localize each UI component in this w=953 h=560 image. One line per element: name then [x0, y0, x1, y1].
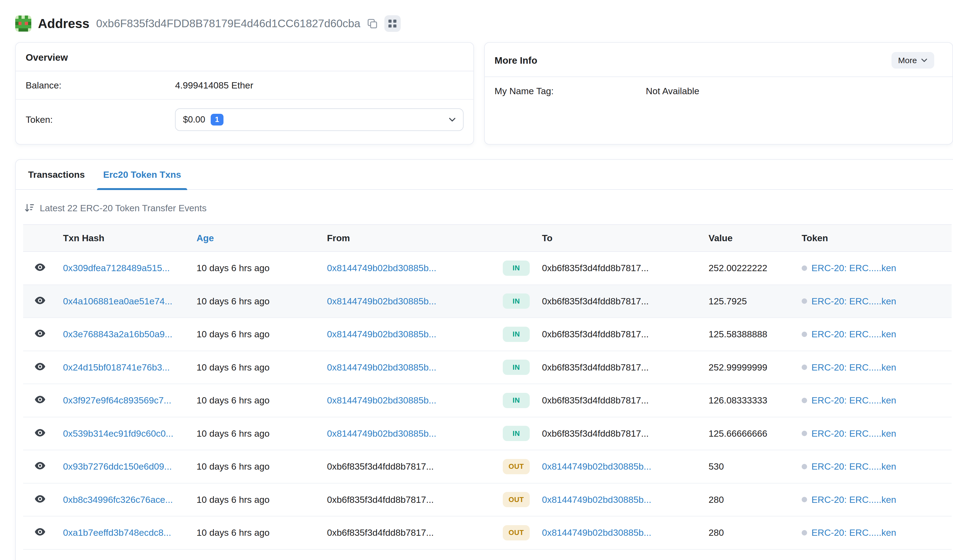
- txn-hash-link[interactable]: 0x93b7276ddc150e6d09...: [63, 461, 172, 472]
- token-link[interactable]: ERC-20: ERC.....ken: [812, 461, 896, 472]
- copy-address-button[interactable]: [367, 19, 377, 29]
- txn-to-address: 0xb6f835f3d4fdd8b7817...: [542, 362, 649, 372]
- table-row: 0x3e768843a2a16b50a9... 10 days 6 hrs ag…: [23, 318, 951, 351]
- transactions-card: Transactions Erc20 Token Txns Latest 22 …: [15, 159, 953, 560]
- txn-to-address: 0xb6f835f3d4fdd8b7817...: [542, 296, 649, 306]
- preview-txn-button[interactable]: [35, 396, 45, 403]
- address-identicon: [15, 16, 31, 32]
- txn-value: 252.99999999: [709, 362, 767, 372]
- direction-badge: IN: [503, 261, 530, 276]
- table-row: 0xa1b7eeffd3b748ecdc8... 10 days 6 hrs a…: [23, 516, 951, 549]
- table-row: 0xb8c34996fc326c76ace... 10 days 6 hrs a…: [23, 483, 951, 517]
- txn-from-address[interactable]: 0x8144749b02bd30885b...: [327, 263, 436, 273]
- txn-hash-link[interactable]: 0xa1b7eeffd3b748ecdc8...: [63, 527, 171, 538]
- preview-txn-button[interactable]: [35, 263, 45, 271]
- token-link[interactable]: ERC-20: ERC.....ken: [812, 296, 896, 307]
- from-column-header: From: [321, 225, 497, 251]
- txn-to-address[interactable]: 0x8144749b02bd30885b...: [542, 461, 651, 472]
- txn-age: 10 days 6 hrs ago: [197, 494, 270, 505]
- copy-icon: [367, 19, 377, 29]
- txn-to-address: 0xb6f835f3d4fdd8b7817...: [542, 263, 649, 273]
- table-row: 0x3f927e9f64c893569c7... 10 days 6 hrs a…: [23, 384, 951, 417]
- token-label: Token:: [26, 114, 175, 125]
- txn-to-address[interactable]: 0x8144749b02bd30885b...: [542, 494, 651, 505]
- table-header: Txn Hash Age From To Value Token: [23, 225, 951, 251]
- txn-from-address: 0xb6f835f3d4fdd8b7817...: [327, 527, 434, 538]
- preview-column-header: [23, 225, 57, 251]
- table-row: 0x309dfea7128489a515... 10 days 6 hrs ag…: [23, 251, 951, 285]
- direction-badge: OUT: [503, 459, 530, 474]
- txn-from-address[interactable]: 0x8144749b02bd30885b...: [327, 362, 436, 372]
- txn-value: 125.58388888: [709, 329, 767, 339]
- txn-hash-link[interactable]: 0x4a106881ea0ae51e74...: [63, 296, 172, 306]
- name-tag-label: My Name Tag:: [495, 86, 646, 96]
- token-link[interactable]: ERC-20: ERC.....ken: [812, 494, 896, 505]
- direction-badge: IN: [503, 393, 530, 408]
- tab-erc20-token-txns[interactable]: Erc20 Token Txns: [97, 160, 187, 189]
- txn-hash-column-header: Txn Hash: [57, 225, 191, 251]
- txn-value: 125.66666666: [709, 428, 767, 439]
- to-column-header: To: [536, 225, 703, 251]
- preview-txn-button[interactable]: [35, 329, 45, 337]
- overview-card-header: Overview: [16, 43, 473, 71]
- txn-value: 280: [709, 527, 724, 538]
- more-button-label: More: [898, 56, 917, 65]
- more-button[interactable]: More: [891, 52, 934, 68]
- preview-txn-button[interactable]: [35, 528, 45, 536]
- direction-badge: IN: [503, 327, 530, 342]
- preview-txn-button[interactable]: [35, 363, 45, 371]
- txn-value: 252.00222222: [709, 263, 767, 273]
- txn-to-address[interactable]: 0x8144749b02bd30885b...: [542, 527, 651, 538]
- eye-icon: [35, 363, 45, 371]
- token-icon: [802, 265, 807, 271]
- txn-hash-link[interactable]: 0x3e768843a2a16b50a9...: [63, 329, 172, 339]
- token-icon: [802, 332, 807, 337]
- token-icon: [802, 298, 807, 304]
- txn-age: 10 days 6 hrs ago: [197, 428, 270, 439]
- token-link[interactable]: ERC-20: ERC.....ken: [812, 395, 896, 406]
- token-count-badge: 1: [211, 114, 224, 126]
- preview-txn-button[interactable]: [35, 462, 45, 470]
- token-dropdown[interactable]: $0.00 1: [175, 109, 463, 131]
- qr-code-button[interactable]: [384, 15, 401, 32]
- direction-badge: OUT: [503, 492, 530, 507]
- eye-icon: [35, 528, 45, 536]
- txn-age: 10 days 6 hrs ago: [197, 395, 270, 405]
- token-link[interactable]: ERC-20: ERC.....ken: [812, 362, 896, 373]
- balance-value: 4.999414085 Ether: [175, 80, 253, 91]
- preview-txn-button[interactable]: [35, 429, 45, 437]
- token-icon: [802, 530, 807, 535]
- txn-to-address: 0xb6f835f3d4fdd8b7817...: [542, 428, 649, 439]
- address-page: Address 0xb6F835f3d4FDD8B78179E4d46d1CC6…: [0, 0, 953, 560]
- eye-icon: [35, 263, 45, 271]
- txn-from-address[interactable]: 0x8144749b02bd30885b...: [327, 296, 436, 306]
- txn-hash-link[interactable]: 0x309dfea7128489a515...: [63, 263, 170, 273]
- more-info-title: More Info: [495, 55, 537, 66]
- txn-hash-link[interactable]: 0xb8c34996fc326c76ace...: [63, 494, 173, 505]
- txn-from-address[interactable]: 0x8144749b02bd30885b...: [327, 428, 436, 439]
- eye-icon: [35, 329, 45, 337]
- txn-value: 126.08333333: [709, 395, 767, 405]
- preview-txn-button[interactable]: [35, 495, 45, 503]
- tab-transactions[interactable]: Transactions: [22, 160, 91, 189]
- age-column-toggle[interactable]: Age: [197, 233, 214, 243]
- txn-hash-link[interactable]: 0x24d15bf018741e76b3...: [63, 362, 170, 372]
- token-icon: [802, 398, 807, 403]
- page-header: Address 0xb6F835f3d4FDD8B78179E4d46d1CC6…: [0, 0, 953, 32]
- table-row: 0x24d15bf018741e76b3... 10 days 6 hrs ag…: [23, 351, 951, 384]
- txn-from-address[interactable]: 0x8144749b02bd30885b...: [327, 329, 436, 339]
- token-link[interactable]: ERC-20: ERC.....ken: [812, 428, 896, 439]
- direction-badge: IN: [503, 426, 530, 441]
- token-link[interactable]: ERC-20: ERC.....ken: [812, 263, 896, 273]
- token-link[interactable]: ERC-20: ERC.....ken: [812, 329, 896, 340]
- token-link[interactable]: ERC-20: ERC.....ken: [812, 527, 896, 538]
- txn-hash-link[interactable]: 0x3f927e9f64c893569c7...: [63, 395, 171, 405]
- txn-to-address: 0xb6f835f3d4fdd8b7817...: [542, 395, 649, 405]
- txn-from-address[interactable]: 0x8144749b02bd30885b...: [327, 395, 436, 405]
- table-summary-text: Latest 22 ERC-20 Token Transfer Events: [40, 203, 206, 213]
- eye-icon: [35, 296, 45, 304]
- txn-hash-link[interactable]: 0x539b314ec91fd9c60c0...: [63, 428, 174, 439]
- direction-column-header: [497, 225, 536, 251]
- direction-badge: IN: [503, 360, 530, 375]
- preview-txn-button[interactable]: [35, 296, 45, 304]
